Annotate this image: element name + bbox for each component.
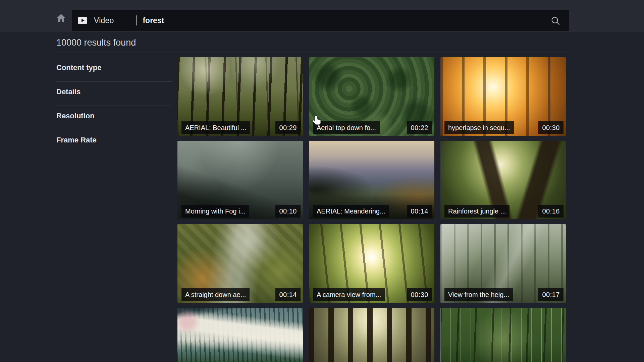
home-button[interactable]: [55, 12, 67, 24]
video-title: hyperlapse in sequ...: [444, 121, 514, 134]
results-count: 10000 results found: [56, 38, 136, 48]
filter-resolution[interactable]: Resolution: [56, 112, 172, 120]
video-duration: 00:16: [538, 205, 564, 218]
filter-details[interactable]: Details: [56, 87, 172, 96]
video-title: A camera view from...: [313, 288, 385, 301]
video-card[interactable]: A camera view from...00:30: [309, 224, 434, 303]
video-title: View from the heig...: [444, 288, 513, 301]
video-caption: A camera view from...00:30: [313, 288, 432, 301]
video-title: AERIAL: Beautiful ...: [181, 121, 250, 134]
video-caption: Aerial top down fo...00:22: [313, 121, 432, 134]
video-title: Morning with Fog i...: [181, 205, 249, 218]
filter-frame-rate[interactable]: Frame Rate: [56, 136, 172, 144]
video-card[interactable]: hyperlapse in sequ...00:30: [440, 57, 566, 136]
video-caption: hyperlapse in sequ...00:30: [444, 121, 564, 134]
video-card[interactable]: Morning with Fog i...00:10: [177, 141, 303, 219]
video-duration: 00:14: [407, 205, 432, 218]
video-card[interactable]: AERIAL: Meandering...00:14: [309, 141, 434, 219]
video-duration: 00:17: [538, 288, 564, 301]
video-grid: AERIAL: Beautiful ...00:29Aerial top dow…: [177, 57, 566, 362]
video-title: A straight down ae...: [181, 288, 250, 301]
filter-content-type[interactable]: Content type: [56, 63, 172, 72]
video-card[interactable]: A straight down ae...00:14: [177, 224, 303, 303]
filter-divider: [56, 106, 172, 106]
video-duration: 00:22: [407, 121, 432, 134]
filter-divider: [56, 154, 172, 154]
video-duration: 00:30: [407, 288, 432, 301]
category-selector[interactable]: Video: [94, 16, 114, 25]
filter-divider: [56, 81, 172, 82]
video-duration: 00:30: [538, 121, 564, 134]
search-bar[interactable]: Video forest: [72, 10, 569, 31]
video-card[interactable]: Aerial top down fo...00:22: [309, 57, 434, 136]
video-caption: AERIAL: Meandering...00:14: [313, 205, 432, 218]
search-input[interactable]: forest: [143, 16, 569, 25]
home-icon: [56, 13, 66, 23]
top-bar: Video forest: [0, 0, 644, 32]
search-caret: [136, 15, 137, 25]
video-card[interactable]: [177, 308, 303, 362]
magnifier-icon[interactable]: [550, 16, 560, 26]
video-icon: [78, 17, 87, 24]
video-card[interactable]: Rainforest jungle ...00:16: [440, 141, 566, 219]
video-card[interactable]: AERIAL: Beautiful ...00:29: [177, 57, 303, 136]
stock-video-search-page: Video forest 10000 results found Content…: [0, 0, 644, 362]
video-duration: 00:14: [275, 288, 301, 301]
video-title: Aerial top down fo...: [313, 121, 380, 134]
video-caption: View from the heig...00:17: [444, 288, 564, 301]
video-caption: A straight down ae...00:14: [181, 288, 301, 301]
video-caption: Morning with Fog i...00:10: [181, 205, 301, 218]
video-caption: Rainforest jungle ...00:16: [444, 205, 564, 218]
video-duration: 00:10: [275, 205, 301, 218]
results-divider: [56, 53, 569, 53]
video-card[interactable]: View from the heig...00:17: [440, 224, 566, 303]
filter-divider: [56, 130, 172, 130]
video-card[interactable]: [309, 308, 434, 362]
video-duration: 00:29: [275, 121, 301, 134]
video-caption: AERIAL: Beautiful ...00:29: [181, 121, 301, 134]
video-title: AERIAL: Meandering...: [313, 205, 389, 218]
video-card[interactable]: [440, 308, 566, 362]
video-title: Rainforest jungle ...: [444, 205, 509, 218]
